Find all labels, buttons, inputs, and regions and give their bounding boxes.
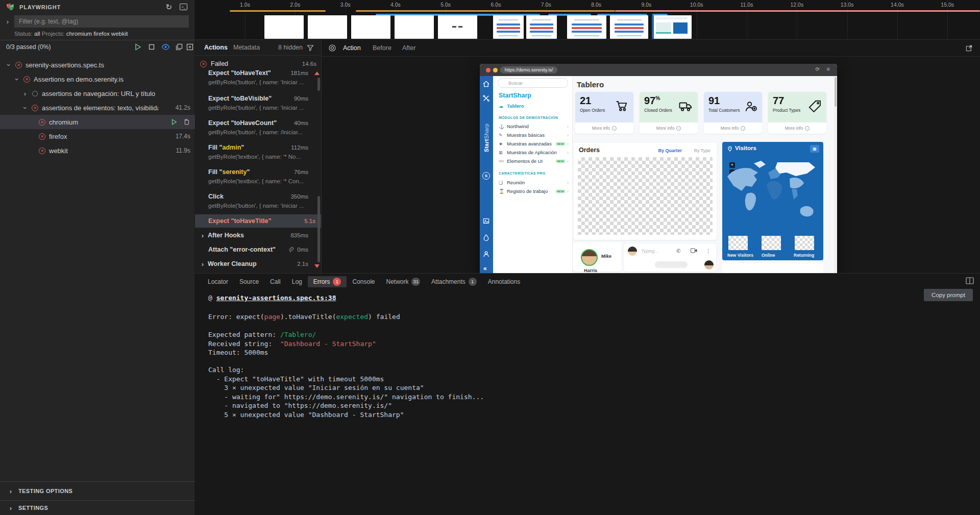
filmstrip-thumbnail-dashboard[interactable]	[652, 15, 692, 39]
filmstrip-thumbnail[interactable]	[395, 15, 434, 39]
orders-tab-by-quarter[interactable]: By Quarter	[658, 148, 682, 153]
popout-icon[interactable]	[965, 44, 973, 52]
filter-input[interactable]	[14, 15, 189, 28]
pick-locator-icon[interactable]	[328, 44, 336, 52]
tree-item-test-elements[interactable]: › ✕ assertions de elementos: texto, visi…	[0, 101, 195, 115]
tab-actions[interactable]: Actions	[204, 44, 228, 51]
expand-icon[interactable]: ›	[199, 260, 206, 268]
phone-icon[interactable]: ✆	[676, 248, 680, 254]
tools-icon[interactable]	[482, 94, 490, 102]
filmstrip-thumbnail[interactable]	[610, 15, 648, 39]
filmstrip-thumbnail[interactable]	[526, 15, 557, 39]
action-item[interactable]: Click350ms getByRole('button', { name: '…	[195, 192, 314, 209]
filmstrip-thumbnail[interactable]	[438, 15, 477, 39]
video-icon[interactable]	[691, 248, 697, 253]
tab-errors[interactable]: Errors1	[308, 276, 347, 287]
filmstrip-thumbnail[interactable]	[351, 15, 390, 39]
nav-item-muestras-basicas[interactable]: ✎Muestras básicas›	[493, 131, 573, 139]
action-item-worker-cleanup[interactable]: ›Worker Cleanup2.1s	[195, 259, 314, 268]
nav-item-muestras-avanzadas[interactable]: ★Muestras avanzadasNEW›	[493, 140, 573, 148]
scroll-up-indicator[interactable]	[314, 71, 320, 75]
user-icon[interactable]	[482, 250, 490, 258]
more-info-link[interactable]: More info›	[704, 122, 762, 134]
filmstrip-thumbnail[interactable]	[308, 15, 347, 39]
split-view-icon[interactable]	[966, 277, 974, 284]
section-settings[interactable]: › SETTINGS	[0, 500, 195, 515]
home-icon[interactable]	[482, 80, 490, 88]
tree-item-project-firefox[interactable]: ✕ firefox 17.4s	[0, 129, 195, 143]
site-scrollbar[interactable]	[834, 76, 837, 273]
expand-icon[interactable]: ›	[21, 90, 29, 97]
tab-locator[interactable]: Locator	[202, 277, 234, 287]
run-test-icon[interactable]	[170, 118, 178, 126]
filter-icon[interactable]	[307, 44, 314, 52]
action-item[interactable]: Fill "serenity"76ms getByRole('textbox',…	[195, 167, 314, 184]
tab-annotations[interactable]: Annotations	[482, 277, 526, 287]
filmstrip-thumbnail[interactable]	[493, 15, 524, 39]
tab-metadata[interactable]: Metadata	[233, 44, 260, 51]
tree-item-project-chromium[interactable]: ✕ chromium	[0, 115, 195, 129]
run-all-button[interactable]	[134, 43, 142, 51]
more-info-link[interactable]: More info›	[768, 122, 826, 134]
nav-item-muestras-aplicacion[interactable]: ⊞Muestras de Aplicación›	[493, 149, 573, 156]
call-log-line: - waiting for" https://demo.serenity.is/…	[208, 393, 484, 401]
tree-item-test-navigation[interactable]: › assertions de navegación: URL y título	[0, 86, 195, 101]
action-item[interactable]: Expect "toHaveCount"40ms getByRole('butt…	[195, 118, 314, 135]
nav-item-elementos-ui[interactable]: </>Elementos de UINEW›	[493, 157, 573, 165]
watch-all-eye-icon[interactable]	[161, 43, 170, 51]
error-location-link[interactable]: serenity-assertions.spec.ts:38	[216, 294, 336, 302]
action-item[interactable]: Fill "admin"112ms getByRole('textbox', {…	[195, 143, 314, 160]
tab-call[interactable]: Call	[264, 277, 286, 287]
copy-test-icon[interactable]	[183, 118, 190, 126]
filter-collapse-icon[interactable]: ›	[4, 18, 11, 26]
tab-action[interactable]: Action	[343, 44, 361, 52]
action-item[interactable]: Expect "toHaveText"181ms getByRole('butt…	[195, 68, 314, 85]
chat-contact-card[interactable]: Mike Harris	[573, 242, 622, 272]
images-icon[interactable]	[482, 217, 490, 225]
scrollbar-thumb[interactable]	[317, 78, 320, 91]
orders-tab-by-type[interactable]: By Type	[694, 148, 710, 153]
section-testing-options[interactable]: › TESTING OPTIONS	[0, 481, 195, 500]
nav-item-reunion[interactable]: ❏Reunión›	[493, 179, 573, 186]
action-item-selected-failed[interactable]: Expect "toHaveTitle"5.1s	[195, 214, 322, 228]
copy-prompt-button[interactable]: Copy prompt	[924, 289, 973, 301]
expand-icon[interactable]: ›	[21, 104, 29, 111]
tree-item-spec-file[interactable]: › ✕ serenity-assertions.spec.ts	[0, 58, 195, 72]
droplet-icon[interactable]	[482, 234, 490, 241]
tab-after[interactable]: After	[402, 44, 415, 52]
nav-item-tablero[interactable]: ☁Tablero	[493, 102, 573, 110]
filmstrip-thumbnail[interactable]	[567, 15, 606, 39]
nav-item-northwind[interactable]: ⚓Northwind›	[493, 122, 573, 130]
expand-icon[interactable]: ›	[13, 76, 21, 83]
scrollbar-thumb[interactable]	[317, 196, 320, 262]
more-info-link[interactable]: More info›	[575, 122, 633, 134]
action-item[interactable]: Expect "toBeVisible"90ms getByRole('butt…	[195, 94, 314, 111]
tab-log[interactable]: Log	[286, 277, 308, 287]
tree-item-suite[interactable]: › ✕ Assertions en demo.serenity.is	[0, 72, 195, 86]
collapse-all-icon[interactable]	[175, 43, 183, 51]
tab-network[interactable]: Network31	[380, 276, 426, 287]
tab-before[interactable]: Before	[373, 44, 391, 52]
tab-attachments[interactable]: Attachments1	[426, 276, 482, 287]
tab-source[interactable]: Source	[234, 277, 264, 287]
scroll-down-indicator[interactable]	[314, 264, 320, 268]
site-search-input[interactable]	[498, 78, 568, 88]
terminal-icon[interactable]: >_	[180, 4, 187, 10]
more-info-link[interactable]: More info›	[640, 122, 698, 134]
refresh-icon[interactable]: ↻	[165, 3, 172, 12]
visitors-expand-button[interactable]: ▦	[810, 145, 819, 153]
failed-step-row[interactable]: ✕ Failed 14.6s	[195, 57, 322, 70]
tree-item-project-webkit[interactable]: ✕ webkit 11.9s	[0, 143, 195, 158]
reveal-test-icon[interactable]	[186, 43, 194, 51]
timeline[interactable]: 1.0s2.0s3.0s4.0s5.0s6.0s7.0s8.0s9.0s10.0…	[195, 0, 980, 40]
action-item-after-hooks[interactable]: ›After Hooks835ms	[195, 231, 314, 240]
filmstrip-thumbnail[interactable]	[264, 15, 304, 39]
expand-icon[interactable]: ›	[5, 61, 13, 68]
nav-item-registro[interactable]: ⌛Registro de trabajoNEW›	[493, 187, 573, 195]
kebab-icon[interactable]: ⋮	[706, 248, 711, 254]
expand-icon[interactable]: ›	[199, 232, 206, 239]
collapse-sidebar-icon[interactable]: «	[483, 265, 487, 272]
stop-button[interactable]	[148, 43, 156, 51]
tab-console[interactable]: Console	[347, 277, 380, 287]
action-item-attach[interactable]: Attach "error-context" 0ms	[195, 245, 314, 254]
